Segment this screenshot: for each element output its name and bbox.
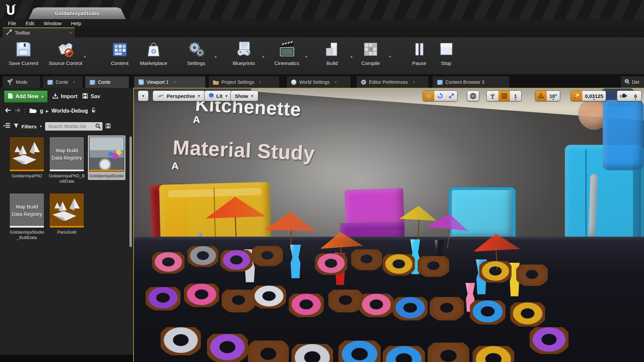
menu-item-file[interactable]: File — [3, 20, 21, 27]
close-icon[interactable]: ✕ — [334, 80, 337, 84]
import-button[interactable]: Import — [52, 93, 77, 100]
open-folder-icon[interactable] — [29, 107, 37, 115]
asset-tile-parisgold[interactable]: ParisGold — [48, 192, 86, 235]
donut[interactable] — [184, 284, 219, 307]
asset-tile-goldanniyaphd[interactable]: GoldanniyaPhD — [8, 135, 46, 179]
donut[interactable] — [351, 249, 382, 270]
donut[interactable] — [338, 341, 381, 362]
chevron-down-icon[interactable]: ▼ — [83, 55, 87, 59]
tab-conte[interactable]: Conte — [85, 76, 129, 88]
chevron-down-icon[interactable]: ▼ — [39, 125, 42, 128]
window-title-tab[interactable]: GoldanniyaStudio — [29, 7, 126, 19]
viewport-options-button[interactable]: ▼ — [138, 90, 149, 101]
donut[interactable] — [473, 346, 514, 362]
chevron-down-icon[interactable]: ▼ — [69, 31, 72, 35]
donut[interactable] — [479, 261, 512, 283]
tab-viewport-1[interactable]: Viewport 1✕ — [134, 76, 205, 88]
donut[interactable] — [516, 264, 548, 286]
blueprints-button[interactable]: Blueprints — [225, 40, 262, 66]
donut[interactable] — [530, 327, 569, 354]
close-icon[interactable]: ✕ — [173, 80, 176, 84]
tab-project-settings[interactable]: Project Settings✕ — [209, 76, 279, 88]
cinematics-button[interactable]: Cinematics — [268, 40, 305, 66]
donut[interactable] — [289, 294, 324, 317]
forward-arrow-icon[interactable] — [14, 108, 21, 114]
donut[interactable] — [393, 297, 428, 320]
rotation-snap-value[interactable]: 10° — [547, 91, 560, 101]
camera-speed-icon[interactable] — [617, 91, 630, 101]
chevron-down-icon[interactable]: ▼ — [305, 55, 308, 59]
donut[interactable] — [359, 294, 393, 317]
character-body[interactable] — [603, 100, 644, 170]
donut[interactable] — [291, 344, 333, 362]
donut[interactable] — [470, 300, 505, 324]
3d-scene[interactable]: Kitchenette Material Study A A — [134, 88, 644, 362]
menu-item-edit[interactable]: Edit — [21, 20, 39, 27]
donut[interactable] — [222, 290, 255, 312]
world-space-globe-icon[interactable] — [467, 91, 479, 101]
source-control-button[interactable]: Source Control — [47, 40, 84, 66]
donut[interactable] — [161, 327, 201, 355]
grid-snap-value[interactable]: 1 — [510, 91, 521, 101]
rotate-tool-button[interactable] — [434, 91, 446, 101]
move-tool-button[interactable] — [423, 91, 434, 101]
settings-button[interactable]: Settings — [178, 40, 215, 66]
breadcrumb[interactable]: Worlds-Debug — [51, 108, 88, 114]
donut[interactable] — [248, 341, 289, 362]
surface-snap-button[interactable] — [487, 91, 498, 101]
tab-world-settings[interactable]: World Settings✕ — [287, 76, 351, 88]
tab-mode[interactable]: Mode — [3, 76, 40, 88]
asset-tile-goldanniyaphd_builtdata[interactable]: Map Build Data RegistryGoldanniyaPhD_Bui… — [48, 135, 86, 184]
chevron-down-icon[interactable]: ▼ — [214, 55, 217, 59]
show-button[interactable]: Show ▼ — [230, 90, 258, 101]
close-icon[interactable]: ✕ — [72, 80, 75, 84]
unlock-icon[interactable] — [91, 107, 97, 115]
back-arrow-icon[interactable] — [5, 108, 11, 114]
search-input[interactable] — [45, 122, 103, 131]
donut[interactable] — [428, 343, 469, 362]
viewport-panel[interactable]: Kitchenette Material Study A A ▼ Perspec… — [133, 88, 644, 362]
scale-snap-toggle[interactable] — [571, 91, 582, 101]
rotation-snap-toggle[interactable] — [535, 91, 547, 101]
perspective-button[interactable]: Perspective ▼ — [153, 90, 205, 101]
donut[interactable] — [418, 256, 449, 277]
compile-button[interactable]: Compile — [352, 40, 389, 66]
stop-button[interactable]: Stop — [428, 40, 465, 66]
save-search-icon[interactable] — [105, 123, 111, 130]
donut[interactable] — [328, 290, 363, 312]
donut[interactable] — [383, 346, 425, 362]
asset-tile-goldanniyastudio_builtdata[interactable]: Map Build Data RegistryGoldanniyaStudio_… — [8, 192, 46, 241]
close-icon[interactable]: ✕ — [259, 80, 262, 84]
donut[interactable] — [430, 297, 464, 320]
chevron-down-icon[interactable]: ▼ — [388, 55, 392, 59]
grid-snap-toggle[interactable] — [498, 91, 510, 101]
tab-details[interactable]: Det — [621, 76, 644, 88]
save-current-button[interactable]: Save Current — [5, 40, 42, 66]
menu-item-help[interactable]: Help — [66, 20, 86, 27]
donut[interactable] — [510, 302, 545, 326]
sources-panel-icon[interactable] — [3, 122, 11, 130]
camera-speed-value[interactable]: 6 — [630, 91, 641, 101]
scale-snap-value[interactable]: 0,03125 — [582, 91, 606, 101]
donut[interactable] — [152, 252, 184, 274]
close-icon[interactable]: ✕ — [412, 80, 415, 84]
chevron-down-icon[interactable]: ▼ — [262, 55, 265, 59]
tab-content-browser-3[interactable]: Content Browser 3 — [433, 76, 509, 88]
donut[interactable] — [315, 253, 347, 275]
path-segment[interactable]: g — [40, 108, 43, 114]
donut[interactable] — [207, 334, 248, 362]
tab-conte[interactable]: Conte✕ — [43, 76, 83, 88]
filter-funnel-icon[interactable] — [13, 123, 19, 130]
toolbar-tab[interactable]: Toolbar ▼ — [3, 27, 75, 38]
tab-editor-preferences[interactable]: Editor Preferences✕ — [357, 76, 428, 88]
save-all-button[interactable]: Sav — [82, 93, 100, 100]
donut[interactable] — [146, 287, 180, 310]
donut[interactable] — [220, 250, 253, 272]
content-button[interactable]: Content — [101, 40, 138, 66]
donut[interactable] — [252, 286, 286, 308]
build-button[interactable]: Build — [314, 40, 351, 66]
filters-label[interactable]: Filters — [21, 124, 37, 129]
asset-tile-goldanniyastudio[interactable]: GoldanniyaStudio — [88, 135, 125, 180]
lit-button[interactable]: Lit ▼ — [204, 90, 232, 101]
vertical-scrollbar[interactable] — [129, 136, 132, 247]
